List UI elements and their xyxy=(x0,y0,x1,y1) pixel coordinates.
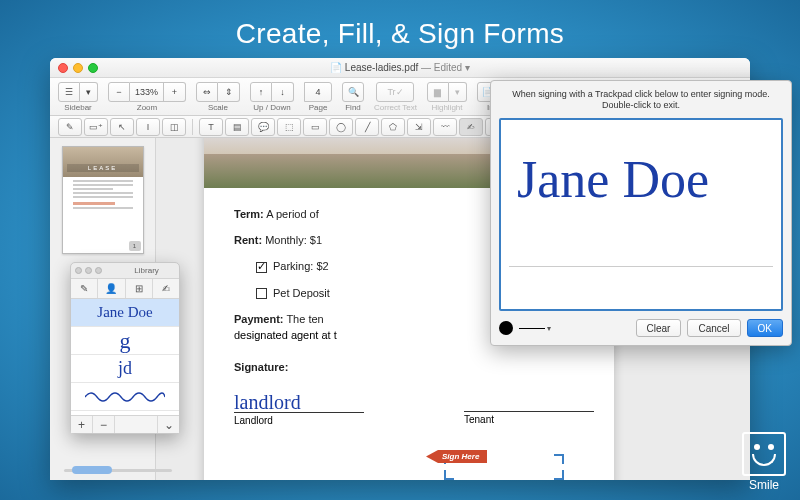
highlight-label: Highlight xyxy=(431,103,462,112)
page-down-button[interactable]: ↓ xyxy=(272,82,294,102)
signature-color-picker[interactable] xyxy=(499,321,513,335)
rect-select-tool[interactable]: ◫ xyxy=(162,118,186,136)
brand-name: Smile xyxy=(742,478,786,492)
sidebar-scrollbar[interactable] xyxy=(64,466,172,474)
zoom-label: Zoom xyxy=(137,103,157,112)
shape-rect-tool[interactable]: ▭ xyxy=(303,118,327,136)
fit-width-button[interactable]: ⇔ xyxy=(196,82,218,102)
sidebar-toggle-button[interactable]: ☰ xyxy=(58,82,80,102)
fit-page-button[interactable]: ⇕ xyxy=(218,82,240,102)
clear-button[interactable]: Clear xyxy=(636,319,682,337)
comment-tool[interactable]: 💬 xyxy=(251,118,275,136)
signature-drawing: Jane Doe xyxy=(517,150,709,209)
correct-text-button[interactable]: Tr✓ xyxy=(376,82,414,102)
note-tool[interactable]: ▤ xyxy=(225,118,249,136)
library-item[interactable] xyxy=(71,383,179,411)
library-options-button[interactable]: ⌄ xyxy=(157,416,179,433)
library-tab-signatures[interactable]: ✍︎ xyxy=(153,279,179,298)
landlord-caption: Landlord xyxy=(234,415,364,426)
correct-label: Correct Text xyxy=(374,103,417,112)
library-item[interactable]: g xyxy=(71,327,179,355)
highlight-button[interactable]: ▆ xyxy=(427,82,449,102)
text-select-tool[interactable]: I xyxy=(136,118,160,136)
find-label: Find xyxy=(345,103,361,112)
signature-instructions: When signing with a Trackpad click below… xyxy=(499,89,783,112)
line-tool[interactable]: ╱ xyxy=(355,118,379,136)
thumbnail-page-number: 1 xyxy=(129,241,141,251)
brand-logo: Smile xyxy=(742,432,786,492)
updown-label: Up / Down xyxy=(253,103,290,112)
page-up-button[interactable]: ↑ xyxy=(250,82,272,102)
library-item[interactable]: jd xyxy=(71,355,179,383)
select-tool[interactable]: ▭⁺ xyxy=(84,118,108,136)
find-button[interactable]: 🔍 xyxy=(342,82,364,102)
pet-deposit-checkbox[interactable] xyxy=(256,288,267,299)
freehand-tool[interactable]: 〰 xyxy=(433,118,457,136)
signature-line-width[interactable] xyxy=(519,328,545,329)
cancel-button[interactable]: Cancel xyxy=(687,319,740,337)
zoom-out-button[interactable]: − xyxy=(108,82,130,102)
polygon-tool[interactable]: ⬠ xyxy=(381,118,405,136)
sign-here-stamp[interactable]: Sign Here xyxy=(426,450,487,463)
library-add-button[interactable]: + xyxy=(71,416,93,433)
marketing-headline: Create, Fill, & Sign Forms xyxy=(0,0,800,50)
link-tool[interactable]: ⬚ xyxy=(277,118,301,136)
library-tab-forms[interactable]: ⊞ xyxy=(126,279,153,298)
library-remove-button[interactable]: − xyxy=(93,416,115,433)
library-palette: Library ✎ 👤 ⊞ ✍︎ Jane Doe g jd + − ⌄ xyxy=(70,262,180,434)
document-title: 📄 Lease-ladies.pdf — Edited ▾ xyxy=(50,62,750,73)
palette-close-button[interactable] xyxy=(75,267,82,274)
zoom-value[interactable]: 133% xyxy=(130,82,164,102)
signature-tool[interactable]: ✍︎ xyxy=(459,118,483,136)
library-item[interactable]: Jane Doe xyxy=(71,299,179,327)
highlight-dropdown[interactable]: ▾ xyxy=(449,82,467,102)
shape-circle-tool[interactable]: ◯ xyxy=(329,118,353,136)
arrow-tool[interactable]: ↖︎ xyxy=(110,118,134,136)
page-label: Page xyxy=(309,103,328,112)
signature-dialog: When signing with a Trackpad click below… xyxy=(490,80,792,346)
page-number-field[interactable]: 4 xyxy=(304,82,332,102)
ok-button[interactable]: OK xyxy=(747,319,783,337)
tenant-caption: Tenant xyxy=(464,414,594,425)
sidebar-mode-dropdown[interactable]: ▾ xyxy=(80,82,98,102)
page-thumbnail[interactable]: LEASE 1 xyxy=(62,146,144,254)
library-title: Library xyxy=(134,266,158,275)
palette-minimize-button[interactable] xyxy=(85,267,92,274)
signature-pad[interactable]: Jane Doe xyxy=(499,118,783,312)
callout-tool[interactable]: ⇲ xyxy=(407,118,431,136)
library-tab-stamps[interactable]: ✎ xyxy=(71,279,98,298)
titlebar: 📄 Lease-ladies.pdf — Edited ▾ xyxy=(50,58,750,78)
sidebar-label: Sidebar xyxy=(64,103,92,112)
library-tab-people[interactable]: 👤 xyxy=(98,279,125,298)
text-tool[interactable]: T xyxy=(199,118,223,136)
parking-checkbox[interactable] xyxy=(256,262,267,273)
landlord-signature: landlord xyxy=(234,391,364,414)
palette-zoom-button[interactable] xyxy=(95,267,102,274)
zoom-in-button[interactable]: + xyxy=(164,82,186,102)
pencil-tool[interactable]: ✎ xyxy=(58,118,82,136)
scale-label: Scale xyxy=(208,103,228,112)
